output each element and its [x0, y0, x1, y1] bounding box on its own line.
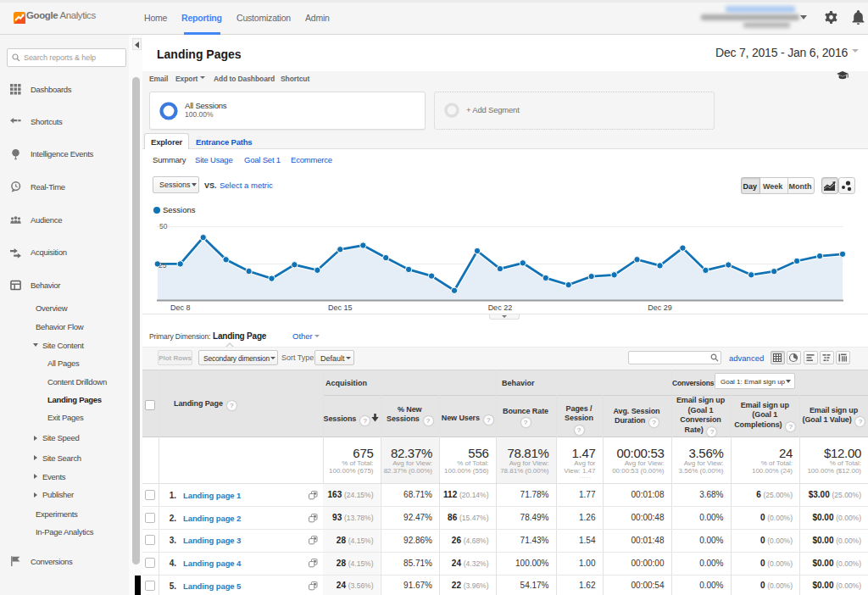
svg-text:25: 25	[159, 261, 167, 270]
svg-text:Dec 22: Dec 22	[488, 303, 513, 312]
svg-text:Dec 15: Dec 15	[328, 303, 353, 312]
svg-text:Dec 8: Dec 8	[170, 303, 191, 312]
svg-text:Dec 29: Dec 29	[648, 303, 672, 312]
svg-text:50: 50	[159, 222, 168, 231]
